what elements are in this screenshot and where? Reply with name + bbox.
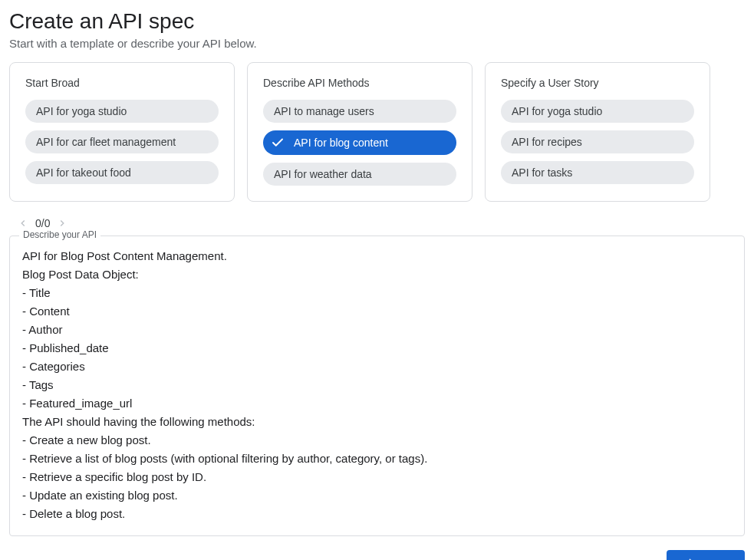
card-start-broad: Start Broad API for yoga studio API for … [9,62,235,202]
pager-next-icon [54,216,70,231]
chip-weather-data[interactable]: API for weather data [263,163,456,186]
chip-label: API for weather data [274,168,372,180]
chip-label: API for yoga studio [512,105,602,117]
describe-body[interactable]: API for Blog Post Content Management. Bl… [22,247,732,523]
chip-label: API for recipes [512,136,582,148]
pager-count: 0/0 [35,217,50,229]
page-title: Create an API spec [9,9,745,34]
chip-recipes[interactable]: API for recipes [501,130,694,153]
create-button[interactable]: Create [667,550,745,560]
pager-prev-icon [15,216,31,231]
card-describe-methods: Describe API Methods API to manage users… [247,62,472,202]
chip-tasks[interactable]: API for tasks [501,161,694,184]
card-title: Describe API Methods [263,77,456,89]
describe-legend: Describe your API [19,229,100,240]
chip-manage-users[interactable]: API to manage users [263,100,456,123]
footer: Create [9,550,745,560]
magic-pen-icon [680,557,693,560]
template-cards-row: Start Broad API for yoga studio API for … [9,62,745,202]
pager: 0/0 [15,216,745,231]
chip-label: API for takeout food [36,166,131,179]
chip-car-fleet[interactable]: API for car fleet management [25,130,219,153]
chip-label: API for yoga studio [36,105,127,117]
describe-api-field[interactable]: Describe your API API for Blog Post Cont… [9,236,745,536]
chip-yoga-studio[interactable]: API for yoga studio [25,100,219,123]
chip-yoga-studio-2[interactable]: API for yoga studio [501,100,694,123]
page-subtitle: Start with a template or describe your A… [9,37,745,50]
chip-label: API for car fleet management [36,136,176,148]
card-title: Start Broad [25,77,219,89]
card-title: Specify a User Story [501,77,694,89]
chip-label: API to manage users [274,105,374,117]
chip-label: API for blog content [294,137,388,149]
card-user-story: Specify a User Story API for yoga studio… [485,62,710,202]
chip-blog-content[interactable]: API for blog content [263,130,456,155]
check-icon [271,136,285,150]
chip-takeout-food[interactable]: API for takeout food [25,161,219,184]
chip-label: API for tasks [512,166,572,179]
